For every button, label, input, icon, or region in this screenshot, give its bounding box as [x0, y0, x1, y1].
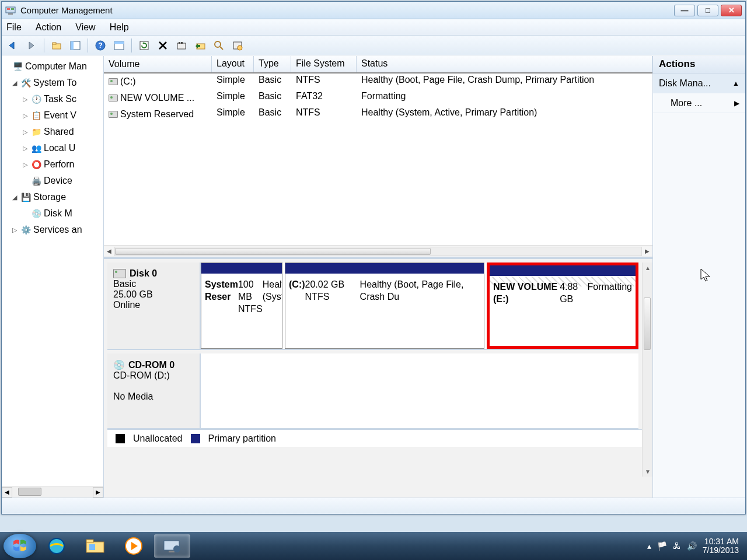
disk-legend: Unallocated Primary partition — [107, 429, 649, 447]
taskbar: ▴ 🏳️ 🖧 🔊 10:31 AM 7/19/2013 — [0, 532, 747, 560]
status-bar — [2, 498, 745, 514]
app-icon — [5, 5, 16, 16]
services-icon: ⚙️ — [20, 225, 31, 235]
tray-network-icon[interactable]: 🖧 — [673, 541, 681, 551]
tree-system-tools[interactable]: ◢🛠️System To — [2, 75, 103, 91]
svg-rect-24 — [86, 540, 93, 542]
svg-point-17 — [215, 41, 221, 47]
drive-icon — [109, 78, 118, 85]
volume-row[interactable]: NEW VOLUME ... Simple Basic FAT32 Format… — [104, 90, 652, 106]
device-icon: 🖨️ — [31, 176, 41, 186]
up-button[interactable] — [49, 38, 64, 53]
volume-list-hscrollbar[interactable]: ◀▶ — [104, 245, 652, 257]
tree-services[interactable]: ▷⚙️Services an — [2, 222, 103, 238]
menu-help[interactable]: Help — [110, 22, 129, 33]
col-layout[interactable]: Layout — [212, 56, 254, 72]
help-button[interactable]: ? — [93, 38, 108, 53]
find-button[interactable] — [211, 38, 226, 53]
tray-clock[interactable]: 10:31 AM 7/19/2013 — [703, 537, 739, 555]
svg-rect-28 — [169, 551, 174, 552]
tray-show-hidden-icon[interactable]: ▴ — [647, 541, 651, 551]
taskbar-media-player[interactable] — [116, 534, 152, 558]
menu-file[interactable]: File — [6, 22, 22, 33]
shared-icon: 📁 — [31, 127, 41, 136]
forward-button[interactable] — [24, 38, 39, 53]
svg-rect-1 — [7, 8, 10, 10]
svg-rect-5 — [53, 43, 56, 44]
taskbar-explorer[interactable] — [77, 534, 113, 558]
collapse-icon: ▲ — [732, 79, 739, 88]
menu-action[interactable]: Action — [36, 22, 61, 33]
tree-device-manager[interactable]: 🖨️Device — [2, 173, 103, 189]
tree-root[interactable]: 🖥️Computer Man — [2, 58, 103, 75]
maximize-button[interactable]: □ — [697, 5, 718, 16]
disk-icon: 💿 — [31, 209, 41, 218]
titlebar[interactable]: Computer Management — □ ✕ — [2, 2, 745, 19]
tree-hscrollbar[interactable]: ◀▶ — [2, 486, 103, 498]
start-button[interactable] — [4, 534, 36, 558]
svg-rect-3 — [8, 13, 13, 15]
storage-icon: 💾 — [20, 192, 31, 202]
svg-rect-7 — [71, 41, 74, 50]
svg-point-21 — [12, 538, 28, 554]
svg-point-20 — [238, 46, 242, 50]
tree-task-scheduler[interactable]: ▷🕐Task Sc — [2, 91, 103, 107]
actions-header: Actions — [653, 56, 745, 74]
delete-button[interactable] — [155, 38, 170, 53]
disk0-label[interactable]: Disk 0 Basic 25.00 GB Online — [107, 262, 201, 349]
disk-pane-vscrollbar[interactable]: ▲▼ — [642, 262, 652, 477]
tree-local-users[interactable]: ▷👥Local U — [2, 140, 103, 156]
drive-icon — [109, 94, 118, 102]
tray-volume-icon[interactable]: 🔊 — [687, 541, 697, 551]
col-type[interactable]: Type — [254, 56, 291, 72]
disk-icon — [113, 269, 126, 278]
volume-row[interactable]: (C:) Simple Basic NTFS Healthy (Boot, Pa… — [104, 74, 652, 90]
tree-disk-management[interactable]: 💿Disk M — [2, 205, 103, 222]
actions-more[interactable]: More ...▶ — [653, 93, 745, 113]
navigation-tree: 🖥️Computer Man ◢🛠️System To ▷🕐Task Sc ▷📋… — [2, 56, 104, 498]
menubar: File Action View Help — [2, 19, 745, 36]
tree-event-viewer[interactable]: ▷📋Event V — [2, 107, 103, 124]
cdrom0-label[interactable]: 💿CD-ROM 0 CD-ROM (D:) No Media — [107, 354, 201, 428]
svg-text:?: ? — [98, 41, 102, 50]
svg-line-18 — [220, 47, 223, 50]
taskbar-ie[interactable] — [39, 534, 75, 558]
legend-primary: Primary partition — [208, 433, 276, 444]
legend-unallocated: Unallocated — [133, 433, 183, 444]
svg-rect-14 — [179, 42, 180, 44]
svg-rect-13 — [177, 43, 186, 49]
taskbar-computer-management[interactable] — [154, 534, 190, 558]
actions-disk-management[interactable]: Disk Mana...▲ — [653, 74, 745, 93]
col-filesystem[interactable]: File System — [291, 56, 357, 72]
minimize-button[interactable]: — — [674, 5, 695, 16]
cdrom-icon: 💿 — [113, 359, 125, 370]
system-tray: ▴ 🏳️ 🖧 🔊 10:31 AM 7/19/2013 — [647, 537, 743, 555]
show-hide-tree-button[interactable] — [68, 38, 83, 53]
refresh-button[interactable] — [137, 38, 152, 53]
legend-swatch-primary — [191, 434, 200, 443]
menu-view[interactable]: View — [75, 22, 95, 33]
actions-pane: Actions Disk Mana...▲ More ...▶ — [653, 56, 745, 498]
svg-point-29 — [173, 545, 180, 552]
properties-button[interactable] — [174, 38, 189, 53]
tree-storage[interactable]: ◢💾Storage — [2, 189, 103, 205]
settings-button[interactable] — [230, 38, 245, 53]
svg-rect-11 — [114, 41, 124, 44]
partition-new-volume-e[interactable]: NEW VOLUME (E:)4.88 GBFormatting — [487, 262, 638, 349]
tools-icon: 🛠️ — [20, 78, 31, 88]
explore-button[interactable] — [193, 38, 208, 53]
back-button[interactable] — [5, 38, 20, 53]
volume-row[interactable]: System Reserved Simple Basic NTFS Health… — [104, 106, 652, 123]
list-view-button[interactable] — [111, 38, 127, 53]
svg-rect-15 — [181, 42, 183, 44]
legend-swatch-unallocated — [116, 434, 125, 443]
close-button[interactable]: ✕ — [721, 5, 742, 16]
svg-rect-25 — [89, 544, 95, 550]
tree-performance[interactable]: ▷⭕Perforn — [2, 156, 103, 173]
partition-system-reserved[interactable]: System Reser100 MB NTFSHealthy (Syste — [201, 262, 282, 349]
col-volume[interactable]: Volume — [104, 56, 212, 72]
tree-shared-folders[interactable]: ▷📁Shared — [2, 124, 103, 140]
partition-c[interactable]: (C:)20.02 GB NTFSHealthy (Boot, Page Fil… — [285, 262, 484, 349]
tray-flag-icon[interactable]: 🏳️ — [657, 541, 667, 551]
col-status[interactable]: Status — [357, 56, 652, 72]
